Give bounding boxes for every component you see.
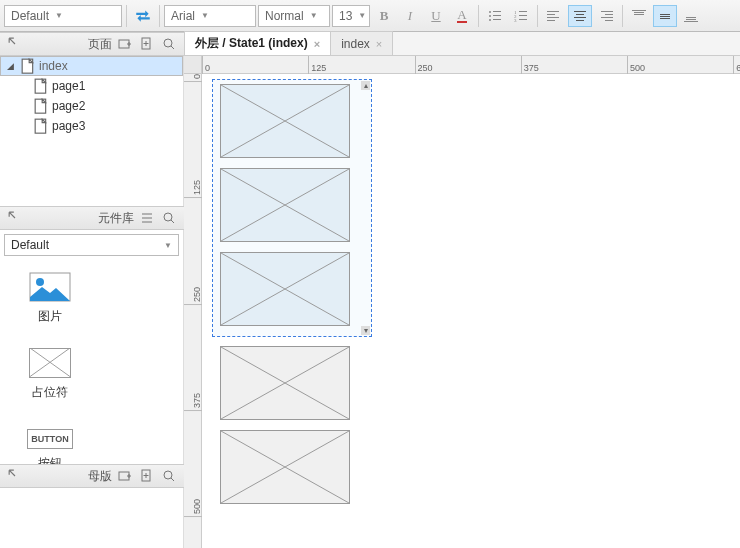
masters-panel-header: 母版 <box>0 464 184 488</box>
italic-button[interactable]: I <box>398 5 422 27</box>
svg-rect-25 <box>634 12 644 13</box>
bullet-list-button[interactable] <box>483 5 507 27</box>
placeholder-widget[interactable] <box>220 168 350 242</box>
svg-rect-16 <box>574 11 586 12</box>
svg-rect-7 <box>519 11 527 12</box>
close-icon[interactable]: × <box>314 38 320 50</box>
placeholder-widget[interactable] <box>220 252 350 326</box>
style-select[interactable]: Default <box>4 5 122 27</box>
align-right-button[interactable] <box>594 5 618 27</box>
menu-icon[interactable] <box>138 209 156 227</box>
svg-rect-1 <box>493 11 501 12</box>
svg-point-4 <box>489 19 491 21</box>
align-center-button[interactable] <box>568 5 592 27</box>
tree-child[interactable]: page2 <box>0 96 183 116</box>
expand-icon[interactable]: ◢ <box>7 61 17 71</box>
svg-rect-27 <box>660 14 670 15</box>
ruler-corner <box>184 56 202 74</box>
tree-root-index[interactable]: ◢ index <box>0 56 183 76</box>
widget-label: 占位符 <box>32 384 68 401</box>
svg-rect-24 <box>632 10 646 11</box>
svg-text:3: 3 <box>514 18 517 22</box>
svg-point-2 <box>489 15 491 17</box>
tree-child[interactable]: page1 <box>0 76 183 96</box>
masters-panel-title: 母版 <box>88 468 112 485</box>
canvas-area: 外层 / State1 (index)× index× 012525037550… <box>184 32 740 548</box>
ruler-horizontal: 0125250375500625 <box>202 56 740 74</box>
button-widget-icon: BUTTON <box>27 429 73 449</box>
tab-index[interactable]: index× <box>330 31 393 55</box>
canvas[interactable]: 0125250375500625 0125250375500 ▴▾ <box>184 56 740 548</box>
valign-bottom-button[interactable] <box>679 5 703 27</box>
pages-panel-title: 页面 <box>88 36 112 53</box>
search-library-icon[interactable] <box>160 209 178 227</box>
svg-point-0 <box>489 11 491 13</box>
library-body: Default▼ 图片 占位符 BUTTON 按钮 BUTTON 主要按钮 <box>0 230 184 464</box>
font-size-select[interactable]: 13 <box>332 5 370 27</box>
svg-rect-3 <box>493 15 501 16</box>
close-icon[interactable]: × <box>376 38 382 50</box>
search-masters-icon[interactable] <box>160 467 178 485</box>
svg-rect-19 <box>576 20 584 21</box>
ruler-vertical: 0125250375500 <box>184 74 202 548</box>
svg-rect-18 <box>574 17 586 18</box>
add-folder-icon[interactable] <box>116 467 134 485</box>
tree-child[interactable]: page3 <box>0 116 183 136</box>
tree-label: page2 <box>52 99 85 113</box>
tab-bar: 外层 / State1 (index)× index× <box>184 32 740 56</box>
left-sidebar: 页面 ◢ index page1 page2 page3 <box>0 32 184 548</box>
top-toolbar: Default Arial Normal 13 B I U A 123 <box>0 0 740 32</box>
svg-rect-22 <box>601 17 613 18</box>
pages-tree: ◢ index page1 page2 page3 <box>0 56 184 206</box>
svg-rect-30 <box>686 17 696 18</box>
svg-rect-32 <box>684 21 698 22</box>
svg-rect-13 <box>547 14 555 15</box>
library-set-select[interactable]: Default▼ <box>4 234 179 256</box>
swap-direction-button[interactable] <box>131 5 155 27</box>
svg-rect-15 <box>547 20 555 21</box>
page-icon <box>34 79 48 93</box>
scroll-up-icon[interactable]: ▴ <box>361 81 370 90</box>
bold-button[interactable]: B <box>372 5 396 27</box>
image-widget-icon <box>29 272 71 302</box>
add-master-icon[interactable] <box>138 467 156 485</box>
font-weight-select[interactable]: Normal <box>258 5 330 27</box>
svg-rect-14 <box>547 17 559 18</box>
tab-dynamic-panel[interactable]: 外层 / State1 (index)× <box>184 31 331 55</box>
library-panel-header: 元件库 <box>0 206 184 230</box>
widget-button[interactable]: BUTTON 按钮 <box>8 412 92 464</box>
widget-image[interactable]: 图片 <box>8 260 92 336</box>
valign-top-button[interactable] <box>627 5 651 27</box>
widget-placeholder[interactable]: 占位符 <box>8 336 92 412</box>
svg-point-42 <box>36 278 44 286</box>
add-folder-icon[interactable] <box>116 35 134 53</box>
svg-rect-31 <box>686 19 696 20</box>
svg-rect-9 <box>519 15 527 16</box>
svg-rect-21 <box>605 14 613 15</box>
page-icon <box>21 59 35 73</box>
placeholder-widget[interactable] <box>220 430 350 504</box>
underline-button[interactable]: U <box>424 5 448 27</box>
collapse-icon[interactable] <box>6 209 24 227</box>
placeholder-widget[interactable] <box>220 84 350 158</box>
valign-middle-button[interactable] <box>653 5 677 27</box>
svg-rect-11 <box>519 19 527 20</box>
tree-label: index <box>39 59 68 73</box>
placeholder-widget-icon <box>29 348 71 378</box>
align-left-button[interactable] <box>542 5 566 27</box>
svg-rect-12 <box>547 11 559 12</box>
svg-rect-28 <box>660 16 670 17</box>
placeholder-widget[interactable] <box>220 346 350 420</box>
search-pages-icon[interactable] <box>160 35 178 53</box>
svg-rect-5 <box>493 19 501 20</box>
tree-label: page1 <box>52 79 85 93</box>
number-list-button[interactable]: 123 <box>509 5 533 27</box>
collapse-icon[interactable] <box>6 35 24 53</box>
tree-label: page3 <box>52 119 85 133</box>
svg-point-40 <box>164 213 172 221</box>
scroll-down-icon[interactable]: ▾ <box>361 326 370 335</box>
font-select[interactable]: Arial <box>164 5 256 27</box>
add-page-icon[interactable] <box>138 35 156 53</box>
collapse-icon[interactable] <box>6 467 24 485</box>
text-color-button[interactable]: A <box>450 5 474 27</box>
